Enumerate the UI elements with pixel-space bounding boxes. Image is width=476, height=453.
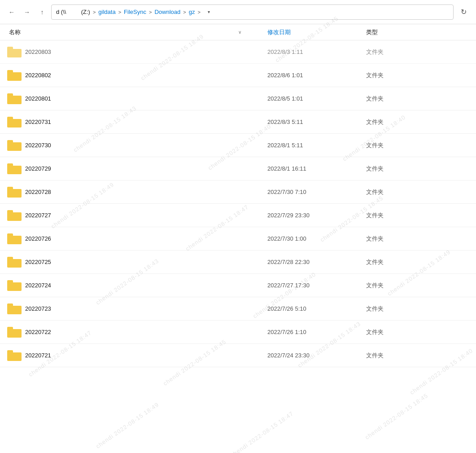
file-date: 2022/7/27 17:30 (267, 282, 366, 289)
file-name: 20220730 (25, 142, 267, 149)
folder-icon (7, 278, 22, 293)
file-date: 2022/8/1 5:11 (267, 142, 366, 149)
watermark-text: chendi 2022-08-15 18:45 (364, 392, 429, 440)
table-row[interactable]: 202207232022/7/26 5:10文件夹 (0, 297, 476, 321)
sep5: > (197, 9, 200, 15)
file-name: 20220721 (25, 352, 267, 359)
file-name: 20220725 (25, 259, 267, 265)
back-button[interactable]: ← (5, 6, 18, 18)
file-type: 文件夹 (366, 118, 469, 126)
up-button[interactable]: ↑ (36, 6, 48, 18)
table-row[interactable]: 202208012022/8/5 1:01文件夹 (0, 87, 476, 110)
folder-icon (7, 325, 22, 339)
watermark-text: chendi 2022-08-15 18:47 (229, 410, 295, 453)
table-row[interactable]: 202208032022/8/3 1:11文件夹 (0, 40, 476, 64)
column-type-header[interactable]: 类型 (366, 28, 469, 36)
file-name: 20220723 (25, 305, 267, 312)
file-date: 2022/8/3 5:11 (267, 119, 366, 125)
file-date: 2022/8/6 1:01 (267, 72, 366, 79)
file-type: 文件夹 (366, 352, 469, 360)
table-row[interactable]: 202207282022/7/30 7:10文件夹 (0, 180, 476, 204)
file-date: 2022/7/24 23:30 (267, 352, 366, 359)
table-row[interactable]: 202207312022/8/3 5:11文件夹 (0, 110, 476, 134)
folder-icon (7, 232, 22, 246)
sep4: > (183, 9, 186, 15)
folder-icon (7, 68, 22, 83)
file-type: 文件夹 (366, 165, 469, 173)
file-type: 文件夹 (366, 281, 469, 290)
breadcrumb-filesync[interactable]: FileSync (124, 9, 146, 15)
file-date: 2022/8/1 16:11 (267, 165, 366, 172)
file-name: 20220731 (25, 119, 267, 125)
table-row[interactable]: 202207242022/7/27 17:30文件夹 (0, 274, 476, 297)
breadcrumb-download[interactable]: Download (154, 9, 180, 15)
table-row[interactable]: 202207272022/7/29 23:30文件夹 (0, 204, 476, 227)
folder-icon (7, 302, 22, 316)
breadcrumb-gildata[interactable]: gildata (98, 9, 115, 15)
folder-icon (7, 162, 22, 176)
file-list: 202208032022/8/3 1:11文件夹202208022022/8/6… (0, 40, 476, 367)
breadcrumb-gz[interactable]: gz (189, 9, 195, 15)
folder-icon (7, 185, 22, 199)
file-date: 2022/7/29 23:30 (267, 212, 366, 219)
table-row[interactable]: 202207222022/7/26 1:10文件夹 (0, 321, 476, 344)
breadcrumb-dropdown[interactable]: ▾ (203, 6, 215, 18)
file-date: 2022/7/28 22:30 (267, 259, 366, 265)
folder-icon (7, 348, 22, 363)
folder-icon (7, 92, 22, 106)
file-name: 20220727 (25, 212, 267, 219)
file-type: 文件夹 (366, 328, 469, 336)
file-type: 文件夹 (366, 71, 469, 79)
file-type: 文件夹 (366, 188, 469, 196)
table-row[interactable]: 202208022022/8/6 1:01文件夹 (0, 64, 476, 87)
column-header-row: ∨ 名称 修改日期 类型 (0, 24, 476, 40)
table-row[interactable]: 202207212022/7/24 23:30文件夹 (0, 344, 476, 367)
file-type: 文件夹 (366, 95, 469, 103)
file-date: 2022/7/26 1:10 (267, 329, 366, 335)
breadcrumb-drive-mask (68, 9, 79, 15)
file-type: 文件夹 (366, 305, 469, 313)
column-name-header[interactable]: 名称 (7, 28, 267, 36)
file-name: 20220801 (25, 95, 267, 102)
file-date: 2022/7/30 7:10 (267, 189, 366, 195)
folder-icon (7, 138, 22, 153)
file-date: 2022/8/3 1:11 (267, 48, 366, 55)
folder-icon (7, 45, 22, 59)
file-type: 文件夹 (366, 235, 469, 243)
file-type: 文件夹 (366, 141, 469, 150)
folder-icon (7, 208, 22, 223)
breadcrumb-drive[interactable]: d (\\ (56, 9, 66, 15)
folder-icon (7, 255, 22, 269)
expand-columns-button[interactable]: ∨ (238, 24, 241, 40)
table-row[interactable]: 202207292022/8/1 16:11文件夹 (0, 157, 476, 180)
watermark-text: chendi 2022-08-15 18:49 (95, 401, 160, 449)
table-row[interactable]: 202207262022/7/30 1:00文件夹 (0, 227, 476, 251)
file-name: 20220802 (25, 72, 267, 79)
table-row[interactable]: 202207252022/7/28 22:30文件夹 (0, 251, 476, 274)
file-name: 20220726 (25, 235, 267, 242)
file-date: 2022/7/26 5:10 (267, 305, 366, 312)
file-name: 20220722 (25, 329, 267, 335)
file-date: 2022/7/30 1:00 (267, 235, 366, 242)
file-name: 20220724 (25, 282, 267, 289)
file-name: 20220728 (25, 189, 267, 195)
column-date-header[interactable]: 修改日期 (267, 28, 366, 36)
file-name: 20220729 (25, 165, 267, 172)
sep1: > (93, 9, 96, 15)
file-type: 文件夹 (366, 258, 469, 266)
breadcrumb-drive-suffix[interactable]: (Z:) (81, 9, 90, 15)
forward-button[interactable]: → (21, 6, 33, 18)
table-row[interactable]: 202207302022/8/1 5:11文件夹 (0, 134, 476, 157)
refresh-button[interactable]: ↻ (456, 5, 471, 19)
sep3: > (149, 9, 152, 15)
sep2: > (118, 9, 121, 15)
file-name: 20220803 (25, 48, 267, 55)
folder-icon (7, 115, 22, 129)
address-bar: ← → ↑ d (\\ (Z:) > gildata > FileSync > … (0, 0, 476, 24)
breadcrumb-bar[interactable]: d (\\ (Z:) > gildata > FileSync > Downlo… (51, 4, 454, 20)
file-date: 2022/8/5 1:01 (267, 95, 366, 102)
file-explorer-window: ← → ↑ d (\\ (Z:) > gildata > FileSync > … (0, 0, 476, 453)
file-type: 文件夹 (366, 48, 469, 56)
file-type: 文件夹 (366, 211, 469, 220)
